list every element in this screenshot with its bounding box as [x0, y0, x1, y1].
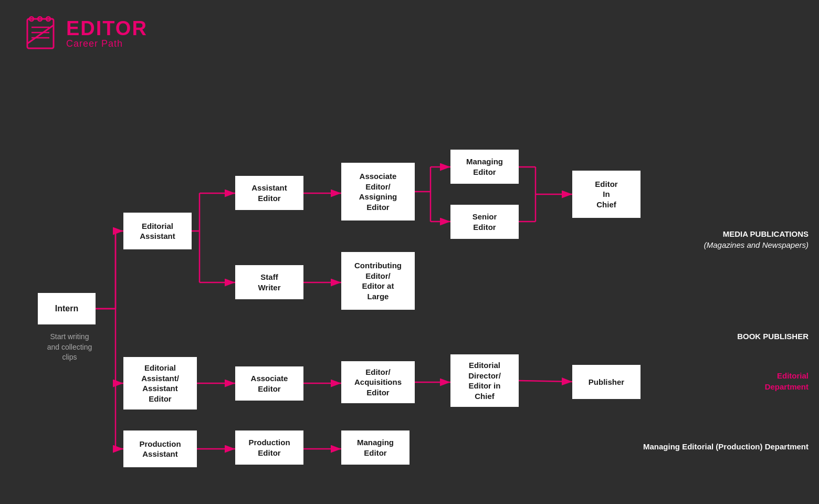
assistant-editor-box: AssistantEditor	[235, 176, 303, 210]
publisher-box: Publisher	[572, 365, 640, 399]
logo-text-block: EDITOR Career Path	[66, 18, 148, 49]
managing-editorial-prod-label: Managing Editorial (Production) Departme…	[556, 441, 808, 452]
logo-title: EDITOR	[66, 18, 148, 38]
book-publisher-label: BOOK PUBLISHER	[672, 331, 808, 342]
managing-editor-top-box: ManagingEditor	[450, 150, 519, 184]
production-assistant-box: ProductionAssistant	[123, 430, 197, 467]
media-publications-label: MEDIA PUBLICATIONS(Magazines and Newspap…	[630, 228, 808, 250]
senior-editor-box: SeniorEditor	[450, 205, 519, 239]
contributing-editor-box: ContributingEditor/Editor atLarge	[341, 252, 415, 310]
notebook-icon	[21, 15, 59, 52]
associate-assigning-editor-box: AssociateEditor/AssigningEditor	[341, 163, 415, 220]
editorial-assistant-asst-editor-box: EditorialAssistant/AssistantEditor	[123, 357, 197, 410]
svg-line-36	[519, 381, 572, 382]
editorial-assistant-box: EditorialAssistant	[123, 213, 192, 249]
staff-writer-box: StaffWriter	[235, 265, 303, 299]
logo-subtitle: Career Path	[66, 38, 148, 49]
start-writing-label: Start writingand collectingclips	[32, 332, 108, 363]
production-editor-box: ProductionEditor	[235, 430, 303, 465]
editorial-department-label: EditorialDepartment	[704, 370, 808, 392]
logo-area: EDITOR Career Path	[21, 15, 148, 52]
career-path-diagram: Intern Start writingand collectingclips …	[0, 74, 819, 504]
managing-editor-prod-box: ManagingEditor	[341, 430, 410, 465]
associate-editor-bp-box: AssociateEditor	[235, 366, 303, 401]
intern-box: Intern	[38, 293, 96, 324]
editor-acquisitions-box: Editor/AcquisitionsEditor	[341, 361, 415, 403]
editorial-director-box: EditorialDirector/Editor inChief	[450, 354, 519, 407]
editor-in-chief-box: EditorInChief	[572, 171, 640, 218]
